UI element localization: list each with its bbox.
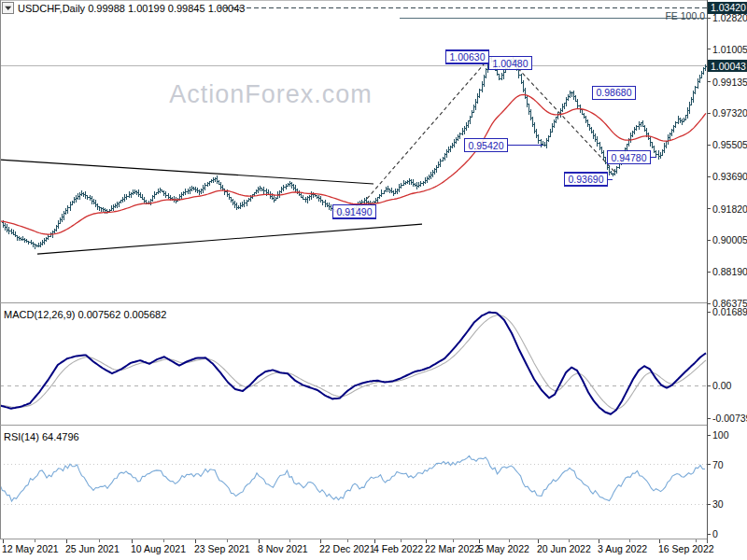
price-axis-label: 0.99135 bbox=[712, 77, 747, 88]
price-axis-label: 0 bbox=[712, 528, 718, 539]
annotation-price-text: 0.98680 bbox=[597, 87, 632, 98]
date-label: 20 Jun 2022 bbox=[537, 543, 591, 554]
fibonacci-extension-label: FE 100.0 bbox=[665, 10, 705, 21]
macd-indicator-label: MACD(12,26,9) 0.007562 0.005682 bbox=[4, 309, 166, 320]
price-annotation: 1.00480 bbox=[489, 57, 532, 70]
date-label: 22 Dec 2021 bbox=[319, 543, 375, 554]
date-label: 23 Sep 2021 bbox=[194, 543, 250, 554]
price-axis-label: 0.93690 bbox=[712, 171, 747, 182]
date-label: 12 May 2021 bbox=[2, 543, 59, 554]
trading-chart: ActionForex.com 1.006301.004800.986800.9… bbox=[0, 0, 747, 560]
price-annotation: 1.00630 bbox=[446, 50, 489, 63]
price-annotation: 0.94780 bbox=[608, 151, 657, 164]
date-label: 16 Sep 2022 bbox=[658, 543, 714, 554]
date-label: 22 Mar 2022 bbox=[425, 543, 480, 554]
price-axis-label: 70 bbox=[712, 459, 724, 470]
annotation-price-text: 0.94780 bbox=[612, 152, 647, 163]
annotation-price-text: 0.95420 bbox=[469, 140, 504, 151]
annotation-price-text: 0.93690 bbox=[569, 174, 604, 185]
price-axis-label: -0.007393 bbox=[712, 413, 747, 424]
annotation-price-text: 1.00480 bbox=[493, 58, 529, 69]
price-annotation: 0.91490 bbox=[333, 205, 376, 218]
annotation-price-text: 0.91490 bbox=[337, 206, 373, 217]
price-axis-badge-text: 1.03420 bbox=[711, 2, 746, 13]
watermark: ActionForex.com bbox=[169, 80, 373, 108]
price-axis-badge-text: 1.00043 bbox=[711, 61, 746, 72]
price-axis-label: 0.016893 bbox=[712, 306, 747, 317]
timeframe-dropdown[interactable] bbox=[3, 3, 14, 14]
rsi-indicator-label: RSI(14) 64.4796 bbox=[4, 431, 79, 442]
annotation-price-text: 1.00630 bbox=[450, 51, 486, 63]
symbol-quote-title: USDCHF,Daily 0.99988 1.00199 0.99845 1.0… bbox=[18, 3, 245, 14]
date-label: 5 May 2022 bbox=[478, 543, 529, 554]
price-axis-label: 1.01005 bbox=[712, 44, 747, 55]
price-axis-label: 1.02820 bbox=[712, 12, 747, 23]
price-axis-label: 100 bbox=[712, 429, 729, 441]
price-axis-label: 0.97320 bbox=[712, 107, 747, 119]
chart-background bbox=[0, 0, 747, 560]
price-axis-label: 0.00 bbox=[712, 380, 732, 391]
price-axis-label: 0.91820 bbox=[712, 203, 747, 215]
date-label: 3 Aug 2022 bbox=[598, 543, 647, 554]
price-axis-label: 0.95505 bbox=[712, 139, 747, 150]
date-label: 25 Jun 2021 bbox=[65, 543, 120, 554]
price-axis-label: 30 bbox=[712, 498, 724, 510]
date-label: 4 Feb 2022 bbox=[374, 543, 423, 554]
date-label: 10 Aug 2021 bbox=[131, 543, 186, 554]
price-axis-label: 0.90005 bbox=[712, 234, 747, 245]
date-label: 8 Nov 2021 bbox=[258, 543, 308, 554]
price-annotation: 0.93690 bbox=[565, 173, 613, 186]
price-axis-label: 0.88190 bbox=[712, 266, 747, 277]
forex-chart-window: ActionForex.com 1.006301.004800.986800.9… bbox=[0, 0, 747, 560]
price-annotation: 0.98680 bbox=[593, 86, 636, 99]
